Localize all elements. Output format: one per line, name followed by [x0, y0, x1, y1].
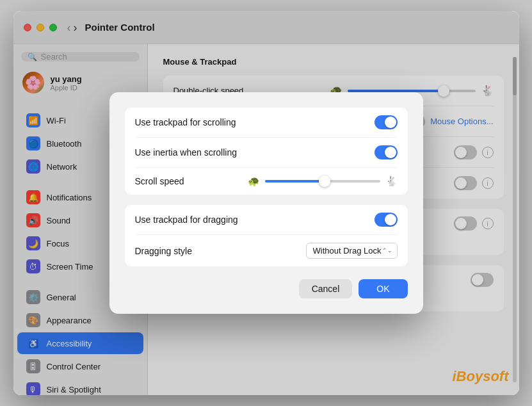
trackpad-drag-knob — [385, 214, 396, 225]
modal-row-trackpad-drag: Use trackpad for dragging — [135, 205, 398, 235]
trackpad-scroll-label: Use trackpad for scrolling — [135, 117, 236, 127]
modal-overlay: Use trackpad for scrolling Use inertia w… — [13, 11, 519, 395]
modal-section-dragging: Use trackpad for dragging Dragging style… — [125, 205, 408, 266]
trackpad-scroll-toggle[interactable] — [375, 115, 398, 129]
scroll-speed-label: Scroll speed — [135, 176, 184, 186]
trackpad-drag-toggle[interactable] — [375, 213, 398, 227]
scroll-slow-icon: 🐢 — [248, 175, 260, 187]
modal-section-scrolling: Use trackpad for scrolling Use inertia w… — [125, 108, 408, 195]
inertia-label: Use inertia when scrolling — [135, 147, 238, 158]
ok-button[interactable]: OK — [359, 279, 407, 298]
trackpad-scroll-knob — [385, 117, 396, 128]
inertia-knob — [385, 147, 396, 158]
scroll-fast-icon: 🐇 — [385, 175, 398, 187]
scroll-speed-slider[interactable]: 🐢 🐇 — [248, 175, 398, 187]
trackpad-drag-label: Use trackpad for dragging — [135, 215, 238, 225]
scroll-slider-track[interactable] — [265, 180, 380, 183]
modal-buttons: Cancel OK — [125, 279, 408, 298]
modal-row-scroll-speed: Scroll speed 🐢 🐇 — [135, 168, 398, 195]
modal-row-inertia: Use inertia when scrolling — [135, 138, 398, 168]
inertia-toggle[interactable] — [375, 145, 398, 159]
drag-style-select[interactable]: Without Drag Lock With Drag Lock Three F… — [306, 243, 398, 259]
drag-style-select-wrapper[interactable]: Without Drag Lock With Drag Lock Three F… — [306, 243, 398, 259]
modal-dialog: Use trackpad for scrolling Use inertia w… — [109, 92, 423, 314]
cancel-button[interactable]: Cancel — [299, 279, 353, 298]
modal-row-trackpad-scroll: Use trackpad for scrolling — [135, 108, 398, 138]
modal-row-drag-style: Dragging style Without Drag Lock With Dr… — [135, 235, 398, 266]
drag-style-label: Dragging style — [135, 246, 193, 256]
main-window: ‹ › Pointer Control 🔍 Search 🌸 yu yang A… — [13, 11, 519, 395]
